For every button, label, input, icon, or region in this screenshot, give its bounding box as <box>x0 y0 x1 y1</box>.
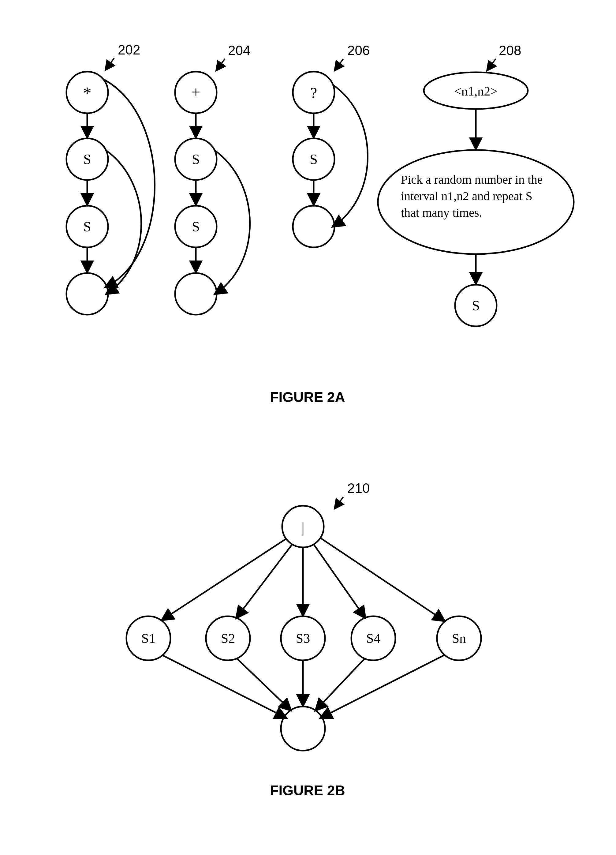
node-s3b: S3 <box>296 631 310 646</box>
node-plus-s2: S <box>192 219 200 234</box>
svg-line-34 <box>314 544 365 618</box>
node-snb: Sn <box>452 631 466 646</box>
tree-206: ? S <box>293 72 368 247</box>
page: 202 204 206 208 210 FIGURE 2A FIGURE 2B … <box>0 0 616 855</box>
node-pipe: | <box>301 519 304 536</box>
svg-point-10 <box>175 273 217 315</box>
node-s2b: S2 <box>221 631 235 646</box>
svg-point-16 <box>293 206 335 247</box>
node-range-top: <n1,n2> <box>454 84 498 98</box>
svg-point-3 <box>66 273 108 315</box>
svg-point-30 <box>281 706 325 751</box>
node-q: ? <box>310 84 317 101</box>
svg-line-39 <box>316 658 365 710</box>
svg-line-31 <box>162 539 286 620</box>
node-s2: S <box>83 219 91 234</box>
node-s1b: S1 <box>141 631 156 646</box>
tree-208: <n1,n2> Pick a random number in the inte… <box>378 72 574 326</box>
svg-line-35 <box>321 538 444 621</box>
node-q-s: S <box>310 152 318 167</box>
node-plus-s1: S <box>192 152 200 167</box>
node-s1: S <box>83 152 91 167</box>
tree-210: | S1 S2 S3 S4 Sn <box>126 506 481 751</box>
node-s4b: S4 <box>366 631 381 646</box>
svg-line-37 <box>237 658 291 710</box>
svg-line-32 <box>237 544 292 618</box>
tree-202: * S S <box>66 72 155 315</box>
node-star: * <box>83 84 92 102</box>
tree-204: + S S <box>175 72 250 315</box>
node-range-s: S <box>472 298 480 314</box>
node-plus: + <box>191 84 200 101</box>
range-desc: Pick a random number in the interval n1,… <box>401 172 551 221</box>
diagram-svg: * S S + S S <box>0 0 616 855</box>
svg-line-36 <box>162 655 286 718</box>
